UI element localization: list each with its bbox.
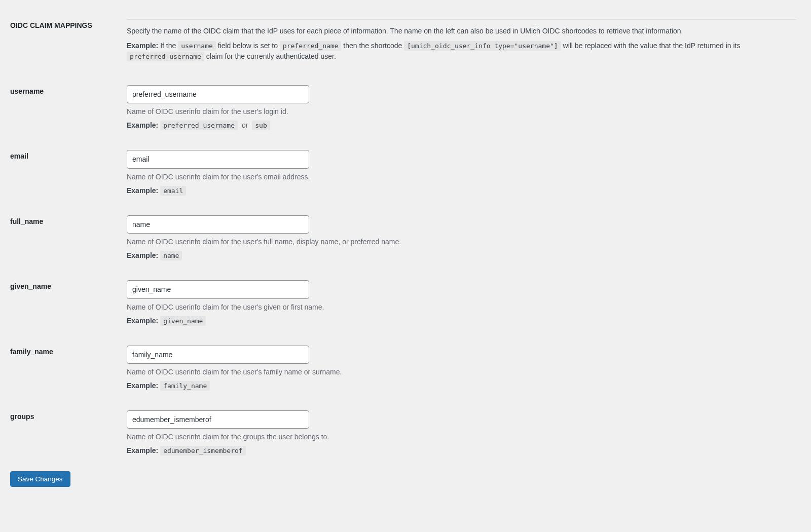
username-input[interactable] xyxy=(127,85,309,103)
groups-label: groups xyxy=(10,412,34,421)
intro-code-username: username xyxy=(178,41,216,51)
family-name-input[interactable] xyxy=(127,346,309,364)
family-name-help: Name of OIDC userinfo claim for the user… xyxy=(127,367,796,377)
given-name-example: Example: given_name xyxy=(127,316,796,326)
username-help: Name of OIDC userinfo claim for the user… xyxy=(127,106,796,117)
username-label: username xyxy=(10,87,44,95)
full-name-input[interactable] xyxy=(127,215,309,234)
family-name-example-code: family_name xyxy=(160,381,210,391)
given-name-label: given_name xyxy=(10,282,51,290)
email-label: email xyxy=(10,152,28,160)
intro-code-shortcode: [umich_oidc_user_info type="username"] xyxy=(404,41,561,51)
full-name-example: Example: name xyxy=(127,250,796,261)
full-name-label: full_name xyxy=(10,217,43,225)
username-example-code-2: sub xyxy=(252,121,270,130)
groups-help: Name of OIDC userinfo claim for the grou… xyxy=(127,432,796,442)
username-example: Example: preferred_username or sub xyxy=(127,120,796,131)
given-name-help: Name of OIDC userinfo claim for the user… xyxy=(127,302,796,313)
intro-paragraph-2: Example: If the username field below is … xyxy=(127,41,796,62)
save-changes-button[interactable]: Save Changes xyxy=(10,471,70,487)
section-divider xyxy=(127,19,796,20)
example-label: Example: xyxy=(127,42,158,50)
username-example-code-1: preferred_username xyxy=(160,121,238,130)
groups-example-code: edumember_ismemberof xyxy=(160,446,246,455)
family-name-label: family_name xyxy=(10,348,53,356)
intro-paragraph-1: Specify the name of the OIDC claim that … xyxy=(127,26,796,36)
family-name-example: Example: family_name xyxy=(127,381,796,391)
email-help: Name of OIDC userinfo claim for the user… xyxy=(127,172,796,182)
email-example: Example: email xyxy=(127,185,796,196)
intro-code-preferred-name: preferred_name xyxy=(280,41,342,51)
given-name-example-code: given_name xyxy=(160,316,206,326)
section-title: OIDC CLAIM MAPPINGS xyxy=(10,21,92,29)
email-example-code: email xyxy=(160,186,186,196)
groups-input[interactable] xyxy=(127,410,309,429)
given-name-input[interactable] xyxy=(127,280,309,298)
full-name-help: Name of OIDC userinfo claim for the user… xyxy=(127,237,796,247)
full-name-example-code: name xyxy=(160,251,182,260)
section-intro: Specify the name of the OIDC claim that … xyxy=(127,10,801,76)
intro-code-claim: preferred_username xyxy=(127,52,204,61)
groups-example: Example: edumember_ismemberof xyxy=(127,445,796,456)
email-input[interactable] xyxy=(127,150,309,168)
